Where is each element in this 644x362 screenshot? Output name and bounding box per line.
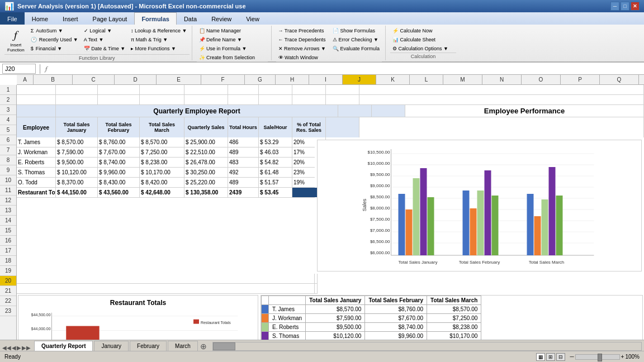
row-22[interactable]: 22 — [0, 296, 16, 306]
row-11[interactable]: 11 — [0, 185, 16, 196]
col-header-d[interactable]: D — [115, 75, 157, 84]
col-header-j[interactable]: J — [343, 75, 376, 84]
define-name-btn[interactable]: 📌 Define Name ▼ — [197, 36, 244, 44]
header-sale-hour[interactable]: Sale/Hour — [259, 117, 292, 137]
cell-q-8[interactable]: $ 30,250.00 — [184, 168, 228, 177]
math-btn[interactable]: π Math & Trig ▼ — [129, 36, 189, 44]
cell-c1[interactable] — [56, 85, 98, 94]
sheet-tab-quarterly-report[interactable]: Quarterly Report — [34, 341, 93, 351]
cell-total-h[interactable]: 2439 — [228, 188, 259, 197]
col-header-p[interactable]: P — [561, 75, 600, 84]
row-9[interactable]: 9 — [0, 165, 16, 175]
col-header-i[interactable]: I — [309, 75, 343, 84]
cell-jan-5[interactable]: $ 8,570.00 — [56, 137, 98, 147]
col-header-f[interactable]: F — [201, 75, 245, 84]
page-break-view-btn[interactable]: ⊟ — [556, 353, 565, 361]
cell-total-feb[interactable]: $ 43,560.00 — [98, 188, 140, 197]
financial-btn[interactable]: $ Financial ▼ — [29, 45, 80, 53]
cell-f1[interactable] — [184, 85, 228, 94]
cell-jan-9[interactable]: $ 8,370.00 — [56, 178, 98, 187]
row-16[interactable]: 16 — [0, 236, 16, 246]
cell-b2[interactable] — [17, 95, 56, 104]
trace-precedents-btn[interactable]: → Trace Precedents — [276, 27, 328, 35]
cell-h-5[interactable]: 486 — [228, 137, 259, 147]
cell-h-7[interactable]: 483 — [228, 158, 259, 167]
calculate-now-btn[interactable]: ⚡ Calculate Now — [390, 27, 456, 35]
cell-sh-9[interactable]: $ 51.57 — [259, 178, 292, 187]
cell-jan-8[interactable]: $ 10,120.00 — [56, 168, 98, 177]
col-header-q[interactable]: Q — [600, 75, 639, 84]
cell-feb-7[interactable]: $ 8,740.00 — [98, 158, 140, 167]
cell-row11[interactable] — [17, 274, 315, 283]
zoom-out-btn[interactable]: ─ — [570, 354, 574, 360]
remove-arrows-btn[interactable]: ✕ Remove Arrows ▼ — [276, 45, 328, 53]
col-header-e[interactable]: E — [157, 75, 201, 84]
cell-q-5[interactable]: $ 25,900.00 — [184, 137, 228, 147]
col-header-r[interactable]: R — [639, 75, 644, 84]
perf-feb-e-roberts[interactable]: $8,740.00 — [365, 323, 427, 332]
cell-rest-1[interactable] — [359, 85, 644, 94]
cell-reference-input[interactable] — [2, 64, 36, 74]
col-header-n[interactable]: N — [482, 75, 522, 84]
page-layout-view-btn[interactable]: ⊞ — [546, 353, 555, 361]
cell-row12[interactable] — [17, 284, 315, 293]
cell-feb-8[interactable]: $ 9,960.00 — [98, 168, 140, 177]
scroll-thumb[interactable] — [213, 342, 235, 350]
cell-h-6[interactable]: 489 — [228, 147, 259, 157]
row-23[interactable]: 23 — [0, 306, 16, 316]
row-6[interactable]: 6 — [0, 135, 16, 145]
date-time-btn[interactable]: 📅 Date & Time ▼ — [82, 45, 127, 53]
cell-sh-6[interactable]: $ 46.03 — [259, 147, 292, 157]
cell-total-jan[interactable]: $ 44,150.00 — [56, 188, 98, 197]
cell-h1[interactable] — [259, 85, 292, 94]
tab-insert[interactable]: Insert — [55, 12, 86, 25]
cell-total-sh[interactable]: $ 53.45 — [259, 188, 292, 197]
text-btn[interactable]: A Text ▼ — [82, 36, 127, 44]
perf-name-t-james[interactable]: T. James — [269, 305, 306, 314]
report-title[interactable]: Quarterly Employee Report — [56, 105, 338, 117]
more-functions-btn[interactable]: ▸ More Functions ▼ — [129, 45, 189, 53]
cell-jan-7[interactable]: $ 9,500.00 — [56, 158, 98, 167]
name-manager-btn[interactable]: 📋 Name Manager — [197, 27, 244, 35]
cell-j3[interactable] — [372, 105, 405, 117]
cell-rest-12[interactable] — [315, 284, 318, 293]
calculation-options-btn[interactable]: ⚙ Calculation Options ▼ — [390, 45, 456, 53]
cell-name-7[interactable]: E. Roberts — [17, 158, 56, 167]
cell-rest-11[interactable] — [315, 274, 318, 283]
cell-feb-6[interactable]: $ 7,670.00 — [98, 147, 140, 157]
cell-total-q[interactable]: $ 130,358.00 — [184, 188, 228, 197]
cell-sh-8[interactable]: $ 61.48 — [259, 168, 292, 177]
cell-j4[interactable] — [326, 117, 359, 137]
row-5[interactable]: 5 — [0, 125, 16, 135]
insert-function-btn[interactable]: 𝑓 InsertFunction — [4, 27, 27, 54]
sheet-tab-january[interactable]: January — [94, 341, 129, 351]
perf-name-e-roberts[interactable]: E. Roberts — [269, 323, 306, 332]
perf-mar-e-roberts[interactable]: $8,238.00 — [427, 323, 481, 332]
sheet-tab-february[interactable]: February — [130, 341, 167, 351]
col-header-h[interactable]: H — [276, 75, 309, 84]
header-quarterly[interactable]: Quarterly Sales — [184, 117, 228, 137]
cell-sh-5[interactable]: $ 53.29 — [259, 137, 292, 147]
cell-d1[interactable] — [98, 85, 140, 94]
perf-name-s-thomas[interactable]: S. Thomas — [269, 332, 306, 340]
cell-total-mar[interactable]: $ 42,648.00 — [140, 188, 184, 197]
row-8[interactable]: 8 — [0, 155, 16, 165]
header-mar[interactable]: Total Sales March — [140, 117, 184, 137]
col-header-b[interactable]: B — [34, 75, 73, 84]
use-in-formula-btn[interactable]: ⚡ Use in Formula ▼ — [197, 45, 249, 53]
col-header-c[interactable]: C — [73, 75, 115, 84]
sheet-nav-prev[interactable]: ◀ — [12, 345, 16, 351]
col-header-k[interactable]: K — [376, 75, 410, 84]
cell-q-9[interactable]: $ 25,220.00 — [184, 178, 228, 187]
sheet-nav-last[interactable]: ▶▶ — [22, 345, 31, 351]
row-10[interactable]: 10 — [0, 175, 16, 185]
col-header-a[interactable]: A — [17, 75, 34, 84]
evaluate-formula-btn[interactable]: 🔍 Evaluate Formula — [330, 45, 382, 53]
cell-i1[interactable] — [292, 85, 326, 94]
cell-d2[interactable] — [98, 95, 140, 104]
row-1[interactable]: 1 — [0, 85, 16, 95]
cell-b3[interactable] — [17, 105, 56, 117]
zoom-in-btn[interactable]: + — [621, 354, 624, 360]
perf-feb-t-james[interactable]: $8,760.00 — [365, 305, 427, 314]
perf-jan-e-roberts[interactable]: $9,500.00 — [306, 323, 365, 332]
